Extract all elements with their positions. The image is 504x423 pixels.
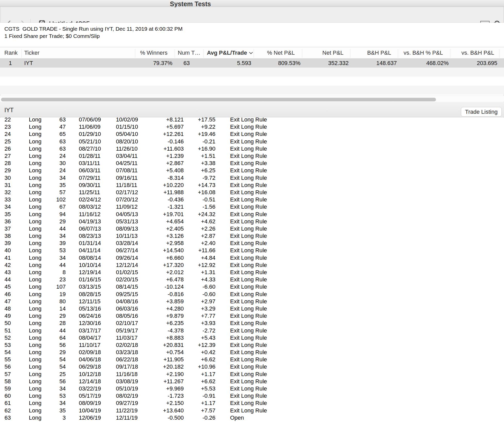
results-column-header[interactable]: vs. B&H P&L (450, 50, 499, 56)
trade-cell: 01/28/11 (66, 153, 116, 159)
trade-cell: 35 (0, 211, 12, 218)
trade-cell: +0.42 (184, 349, 215, 356)
trade-row[interactable]: 37Long4406/07/1308/09/13+2.405+2.26Exit … (0, 225, 504, 232)
trade-cell: -1.321 (155, 204, 184, 210)
trade-cell: 06/03/16 (116, 305, 155, 312)
trade-cell: +1.239 (155, 153, 184, 159)
trade-cell: 07/29/11 (66, 175, 116, 181)
trade-cell: 36 (0, 218, 12, 225)
trade-cell: 49 (0, 313, 12, 319)
trade-row[interactable]: 57Long2510/12/1811/16/18+2.190+1.17Exit … (0, 371, 504, 378)
trade-row[interactable]: 54Long2902/09/1803/23/18+0.754+0.42Exit … (0, 349, 504, 356)
system-tests-window: System Tests Untitled 4395 (0, 0, 504, 423)
trade-cell: -9.72 (184, 175, 215, 181)
trade-cell: +11.905 (155, 356, 184, 363)
trade-row[interactable]: 42Long4410/10/1412/12/14+17.320+12.92Exi… (0, 262, 504, 269)
trade-row[interactable]: 55Long5404/06/1806/22/18+11.905+6.62Exit… (0, 356, 504, 363)
results-column-header[interactable]: Num T… (175, 50, 204, 56)
trade-row[interactable]: 27Long2401/28/1103/04/11+1.239+1.51Exit … (0, 152, 504, 160)
trade-row[interactable]: 31Long3509/30/1111/18/11+10.220+14.73Exi… (0, 182, 504, 189)
trade-row[interactable]: 24Long6501/29/1005/04/10+12.261+19.46Exi… (0, 131, 504, 138)
trade-cell: Exit Long Rule (215, 342, 504, 348)
trade-row[interactable]: 63Long312/06/1912/11/19-0.500-0.26Open (0, 414, 504, 421)
trade-row[interactable]: 34Long6708/03/1211/09/12-1.321-1.56Exit … (0, 203, 504, 210)
column-separator (450, 49, 450, 58)
trade-row[interactable]: 49Long2906/24/1608/05/16+9.879+7.77Exit … (0, 312, 504, 320)
trade-row[interactable]: 44Long2301/16/1502/20/15+6.478+4.33Exit … (0, 276, 504, 283)
trade-row[interactable]: 28Long3003/11/1104/25/11+2.867+3.38Exit … (0, 160, 504, 167)
trade-row[interactable]: 58Long5612/14/1803/08/19+11.267+6.62Exit… (0, 378, 504, 385)
trade-row[interactable]: 40Long5304/11/1406/27/14+14.540+11.66Exi… (0, 247, 504, 254)
trade-row[interactable]: 29Long2406/03/1107/08/11+5.408+6.25Exit … (0, 167, 504, 174)
trade-row[interactable]: 38Long3408/23/1310/11/13+3.126+2.87Exit … (0, 232, 504, 240)
trade-row[interactable]: 53Long5611/10/1702/02/18+20.831+12.39Exi… (0, 341, 504, 349)
results-column-header[interactable]: Net P&L (302, 50, 350, 56)
trade-row[interactable]: 46Long1908/28/1509/25/15-0.816-0.60Exit … (0, 291, 504, 298)
trade-cell: 03/17/17 (66, 327, 116, 334)
horizontal-scrollbar-thumb[interactable] (1, 98, 436, 101)
trade-row[interactable]: 62Long3510/04/1911/22/19+13.640+7.57Exit… (0, 407, 504, 414)
trade-row[interactable]: 52Long6408/04/1711/03/17+8.883+5.43Exit … (0, 334, 504, 341)
trade-cell: +1.17 (184, 371, 215, 378)
trade-cell: +11.603 (155, 145, 184, 152)
trade-cell: -0.60 (184, 291, 215, 298)
results-table-row-selected[interactable]: 1IYT79.37%635.593809.53%352.332148.63746… (0, 59, 504, 68)
trade-listing-table: 22Long6307/06/0910/02/09+8.121+17.55Exit… (0, 118, 504, 423)
trade-cell: 07/08/11 (116, 167, 155, 174)
trade-cell: Exit Long Rule (215, 160, 504, 167)
trade-cell: Exit Long Rule (215, 153, 504, 159)
trade-row[interactable]: 22Long6307/06/0910/02/09+8.121+17.55Exit… (0, 118, 504, 123)
trade-cell: 02/09/18 (66, 349, 116, 356)
trade-row[interactable]: 36Long2904/19/1305/31/13+4.654+4.62Exit … (0, 218, 504, 225)
trade-cell: Long (12, 327, 44, 334)
trade-row[interactable]: 35Long9411/16/1204/05/13+19.701+24.32Exi… (0, 210, 504, 218)
trade-row[interactable]: 26Long6308/27/1011/26/10+11.603+16.90Exi… (0, 145, 504, 152)
trade-cell: -0.51 (184, 196, 215, 203)
trade-listing-button[interactable]: Trade Listing (461, 107, 502, 117)
trade-cell: +2.150 (155, 400, 184, 406)
results-column-header[interactable]: Rank (0, 50, 21, 56)
results-column-header[interactable]: Avg P&L/Trade (204, 50, 254, 56)
results-column-header[interactable]: % Winners (135, 50, 175, 56)
trade-cell: 47 (44, 124, 66, 130)
trade-row[interactable]: 50Long2812/30/1602/10/17+6.235+3.93Exit … (0, 320, 504, 327)
trade-row[interactable]: 32Long5711/25/1102/17/12+11.988+16.08Exi… (0, 189, 504, 196)
results-column-header[interactable]: vs. B&H % P&L (398, 50, 450, 56)
trade-cell: 06/24/16 (66, 313, 116, 319)
column-separator (21, 49, 22, 58)
trade-row[interactable]: 59Long3403/22/1905/10/19+9.969+5.53Exit … (0, 385, 504, 392)
trade-row[interactable]: 56Long5406/29/1809/17/18+20.182+10.96Exi… (0, 363, 504, 370)
trade-cell: Exit Long Rule (215, 247, 504, 254)
trade-row[interactable]: 41Long3408/08/1409/26/14+6.660+4.84Exit … (0, 254, 504, 262)
trade-row[interactable]: 30Long3407/29/1109/16/11-8.314-9.72Exit … (0, 174, 504, 182)
results-column-header[interactable]: B&H P&L (350, 50, 398, 56)
trade-cell: +2.958 (155, 240, 184, 247)
trade-row[interactable]: 23Long4711/06/0901/15/10+5.697+9.22Exit … (0, 123, 504, 131)
results-column-header[interactable]: Ticker (21, 50, 135, 56)
trade-cell: +2.867 (155, 160, 184, 167)
results-column-header[interactable]: % Net P&L (254, 50, 302, 56)
trade-cell: Long (12, 335, 44, 341)
trade-cell: Exit Long Rule (215, 262, 504, 269)
trade-row[interactable]: 39Long3901/31/1403/28/14+2.958+2.40Exit … (0, 240, 504, 247)
trade-cell: 44 (44, 327, 66, 334)
trade-row[interactable]: 25Long6305/21/1008/20/10-0.146-0.21Exit … (0, 138, 504, 145)
trade-cell: Long (12, 218, 44, 225)
trade-row[interactable]: 45Long10703/13/1508/14/15-10.124-6.60Exi… (0, 283, 504, 290)
trade-row[interactable]: 51Long4403/17/1705/19/17-4.378-2.72Exit … (0, 327, 504, 334)
trade-cell: 01/02/15 (116, 269, 155, 276)
trade-row[interactable]: 47Long8012/11/1504/08/16+3.859+2.97Exit … (0, 298, 504, 305)
trade-cell: Exit Long Rule (215, 145, 504, 152)
trade-cell: 67 (44, 204, 66, 210)
trade-cell: Exit Long Rule (215, 327, 504, 334)
trade-cell: 60 (0, 393, 12, 399)
trade-cell: +12.39 (184, 342, 215, 348)
trade-cell: +4.280 (155, 305, 184, 312)
trade-row[interactable]: 60Long5305/17/1908/02/19-1.723-0.91Exit … (0, 392, 504, 400)
horizontal-scrollbar-track[interactable] (0, 95, 504, 102)
trade-row[interactable]: 48Long1405/13/1606/03/16+4.280+3.29Exit … (0, 305, 504, 312)
trade-row[interactable]: 61Long3408/09/1909/27/19+2.150+1.17Exit … (0, 400, 504, 407)
column-separator (254, 49, 254, 58)
trade-row[interactable]: 33Long10202/24/1207/20/12-0.436-0.51Exit… (0, 196, 504, 203)
trade-row[interactable]: 43Long812/19/1401/02/15+2.012+1.31Exit L… (0, 269, 504, 276)
